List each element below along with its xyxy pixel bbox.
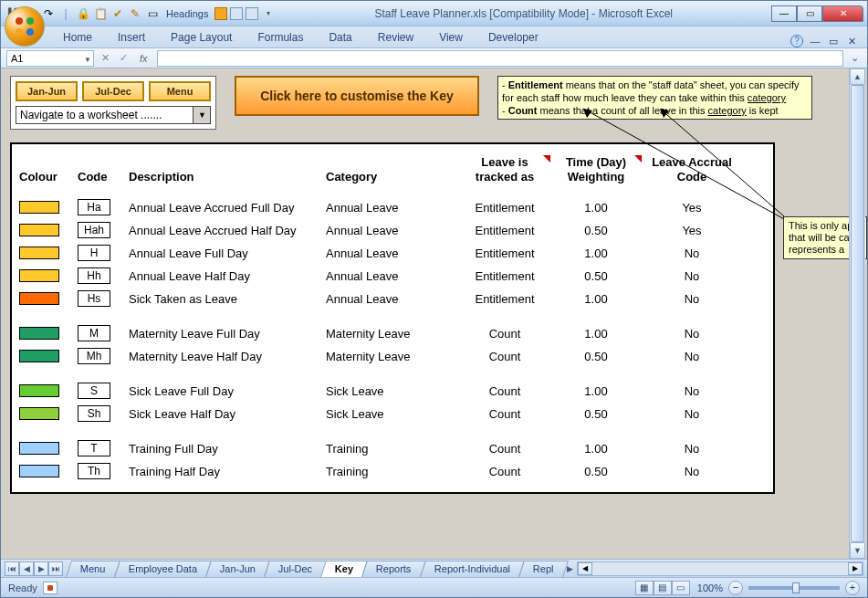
accrual-cell[interactable]: No	[642, 269, 742, 283]
category-cell[interactable]: Maternity Leave	[326, 350, 459, 363]
scroll-down-icon[interactable]: ▼	[850, 542, 865, 559]
qat-headings-toggle[interactable]: Headings	[166, 8, 208, 19]
weight-cell[interactable]: 0.50	[550, 350, 642, 363]
qat-check-icon[interactable]: ✔	[110, 6, 125, 21]
ribbon-tab-formulas[interactable]: Formulas	[245, 27, 316, 47]
qat-more-icon[interactable]: ▾	[261, 6, 276, 21]
sheet-tab-key[interactable]: Key	[320, 561, 368, 577]
tab-scroll-right-icon[interactable]: ▶	[567, 564, 573, 573]
tracked-cell[interactable]: Entitlement	[459, 201, 550, 215]
mdi-minimize-icon[interactable]: —	[809, 35, 821, 47]
close-button[interactable]: ✕	[822, 5, 863, 22]
tracked-cell[interactable]: Count	[459, 407, 550, 421]
accrual-cell[interactable]: No	[642, 327, 742, 341]
formula-bar-expand-icon[interactable]: ⌄	[847, 52, 862, 64]
qat-window-icon[interactable]: ▭	[145, 6, 160, 21]
tracked-cell[interactable]: Entitlement	[459, 292, 550, 306]
accrual-cell[interactable]: Yes	[642, 224, 742, 237]
ribbon-tab-developer[interactable]: Developer	[476, 27, 551, 47]
qat-view2-icon[interactable]	[230, 7, 243, 20]
tracked-cell[interactable]: Count	[459, 327, 550, 341]
desc-cell[interactable]: Training Half Day	[129, 465, 326, 478]
sheet-tab-report-individual[interactable]: Report-Individual	[420, 561, 525, 577]
category-cell[interactable]: Annual Leave	[326, 269, 459, 283]
tracked-cell[interactable]: Entitlement	[459, 224, 550, 237]
weight-cell[interactable]: 1.00	[550, 201, 642, 215]
weight-cell[interactable]: 1.00	[550, 327, 642, 341]
weight-cell[interactable]: 1.00	[550, 384, 642, 398]
desc-cell[interactable]: Annual Leave Half Day	[129, 269, 326, 283]
qat-edit-icon[interactable]: ✎	[128, 6, 142, 21]
maximize-button[interactable]: ▭	[797, 5, 822, 22]
code-cell[interactable]: Th	[78, 463, 110, 479]
accrual-cell[interactable]: No	[642, 442, 742, 456]
accrual-cell[interactable]: No	[642, 384, 742, 398]
lock-icon[interactable]: 🔒	[76, 6, 90, 21]
qat-view3-icon[interactable]	[246, 7, 258, 20]
sheet-tab-jan-jun[interactable]: Jan-Jun	[205, 561, 270, 577]
weight-cell[interactable]: 0.50	[550, 407, 642, 421]
zoom-slider[interactable]	[748, 586, 840, 590]
desc-cell[interactable]: Annual Leave Accrued Full Day	[129, 201, 326, 215]
ribbon-tab-view[interactable]: View	[426, 27, 476, 47]
code-cell[interactable]: H	[78, 245, 110, 261]
weight-cell[interactable]: 1.00	[550, 292, 642, 306]
desc-cell[interactable]: Sick Leave Full Day	[129, 384, 326, 398]
accrual-cell[interactable]: No	[642, 247, 742, 260]
sheet-tab-menu[interactable]: Menu	[66, 561, 120, 577]
jul-dec-button[interactable]: Jul-Dec	[82, 81, 144, 101]
desc-cell[interactable]: Sick Leave Half Day	[129, 407, 326, 421]
jan-jun-button[interactable]: Jan-Jun	[16, 81, 78, 101]
tab-first-icon[interactable]: ⏮	[5, 561, 19, 576]
ribbon-tab-home[interactable]: Home	[50, 27, 105, 47]
tracked-cell[interactable]: Count	[459, 350, 550, 363]
weight-cell[interactable]: 1.00	[550, 247, 642, 260]
scroll-thumb[interactable]	[851, 85, 864, 542]
ribbon-tab-insert[interactable]: Insert	[105, 27, 158, 47]
tracked-cell[interactable]: Entitlement	[459, 269, 550, 283]
normal-view-icon[interactable]: ▦	[635, 581, 654, 595]
weight-cell[interactable]: 0.50	[550, 465, 642, 478]
category-cell[interactable]: Sick Leave	[326, 407, 459, 421]
mdi-restore-icon[interactable]: ▭	[827, 35, 840, 47]
tab-last-icon[interactable]: ⏭	[48, 561, 63, 576]
tracked-cell[interactable]: Count	[459, 384, 550, 398]
ribbon-tab-review[interactable]: Review	[365, 27, 426, 47]
ribbon-tab-data[interactable]: Data	[316, 27, 364, 47]
code-cell[interactable]: Ha	[78, 199, 110, 215]
category-cell[interactable]: Annual Leave	[326, 247, 459, 260]
code-cell[interactable]: S	[78, 383, 110, 399]
category-cell[interactable]: Annual Leave	[326, 224, 459, 237]
page-break-view-icon[interactable]: ▭	[672, 581, 690, 595]
fx-icon[interactable]: fx	[140, 53, 148, 64]
tracked-cell[interactable]: Count	[459, 465, 550, 478]
weight-cell[interactable]: 1.00	[550, 442, 642, 456]
desc-cell[interactable]: Sick Taken as Leave	[129, 292, 326, 306]
accrual-cell[interactable]: No	[642, 292, 742, 306]
category-cell[interactable]: Annual Leave	[326, 201, 459, 215]
ribbon-tab-page-layout[interactable]: Page Layout	[158, 27, 245, 47]
vertical-scrollbar[interactable]: ▲ ▼	[849, 68, 865, 559]
category-cell[interactable]: Sick Leave	[326, 384, 459, 398]
desc-cell[interactable]: Training Full Day	[129, 442, 326, 456]
category-cell[interactable]: Annual Leave	[326, 292, 459, 306]
sheet-tab-employee-data[interactable]: Employee Data	[114, 561, 212, 577]
hscroll-right-icon[interactable]: ▶	[848, 562, 863, 575]
desc-cell[interactable]: Annual Leave Full Day	[129, 247, 326, 260]
code-cell[interactable]: Mh	[78, 348, 110, 364]
weight-cell[interactable]: 0.50	[550, 224, 642, 237]
name-box[interactable]: A1	[6, 50, 94, 67]
desc-cell[interactable]: Annual Leave Accrued Half Day	[129, 224, 326, 237]
code-cell[interactable]: Hh	[78, 268, 110, 284]
menu-button[interactable]: Menu	[149, 81, 211, 101]
minimize-button[interactable]: —	[771, 5, 797, 22]
category-cell[interactable]: Maternity Leave	[326, 327, 459, 341]
code-cell[interactable]: M	[78, 325, 110, 341]
tracked-cell[interactable]: Count	[459, 442, 550, 456]
desc-cell[interactable]: Maternity Leave Full Day	[129, 327, 326, 341]
navigate-dropdown[interactable]: Navigate to a worksheet ....... ▼	[16, 106, 211, 124]
weight-cell[interactable]: 0.50	[550, 269, 642, 283]
tab-prev-icon[interactable]: ◀	[19, 561, 34, 576]
code-cell[interactable]: Hs	[78, 290, 110, 307]
accrual-cell[interactable]: No	[642, 350, 742, 363]
